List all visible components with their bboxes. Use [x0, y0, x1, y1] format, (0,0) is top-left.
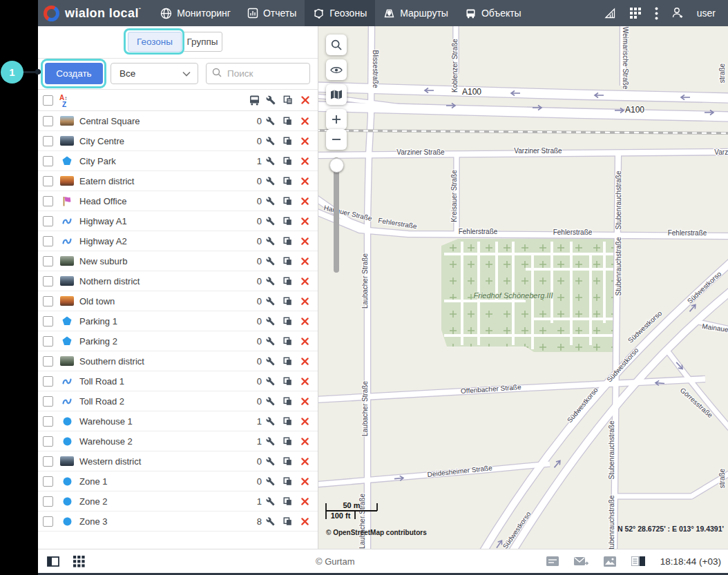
nav-item-monitoring[interactable]: Мониторинг — [152, 0, 239, 26]
delete-column-icon[interactable] — [296, 96, 314, 104]
mail-forward-icon[interactable] — [574, 556, 588, 567]
geofence-row[interactable]: City Centre0 — [38, 131, 318, 151]
row-checkbox[interactable] — [43, 356, 53, 367]
edit-properties-button[interactable] — [262, 277, 279, 286]
geofence-row[interactable]: City Park1 — [38, 151, 318, 171]
geofence-row[interactable]: Highway A10 — [38, 211, 318, 231]
geofence-row[interactable]: Parking 20 — [38, 331, 318, 351]
kebab-menu-icon[interactable] — [655, 7, 658, 20]
copy-button[interactable] — [279, 137, 296, 146]
copy-button[interactable] — [279, 177, 296, 186]
delete-button[interactable] — [296, 358, 314, 365]
row-checkbox[interactable] — [43, 276, 53, 286]
delete-button[interactable] — [296, 418, 314, 425]
row-checkbox[interactable] — [43, 256, 53, 266]
edit-properties-button[interactable] — [262, 257, 279, 266]
nav-item-geofences[interactable]: Геозоны — [305, 0, 375, 26]
copy-button[interactable] — [279, 477, 296, 486]
delete-button[interactable] — [296, 117, 314, 125]
row-checkbox[interactable] — [43, 416, 53, 427]
geofence-row[interactable]: Zone 21 — [38, 491, 318, 511]
geofence-row[interactable]: New suburb0 — [38, 251, 318, 271]
copy-button[interactable] — [279, 257, 296, 266]
select-all-checkbox[interactable] — [43, 95, 53, 106]
filter-dropdown[interactable]: Все — [111, 63, 198, 84]
geofence-row[interactable]: Eatern district0 — [38, 171, 318, 191]
user-name-label[interactable]: user — [697, 8, 716, 19]
nav-item-reports[interactable]: Отчеты — [239, 0, 305, 26]
map-layers-button[interactable] — [326, 84, 347, 105]
zoom-slider-track[interactable] — [334, 157, 339, 273]
delete-button[interactable] — [296, 478, 314, 485]
geofence-row[interactable]: Toll Road 10 — [38, 371, 318, 391]
edit-properties-button[interactable] — [262, 457, 279, 466]
row-checkbox[interactable] — [43, 156, 53, 166]
delete-button[interactable] — [296, 458, 314, 465]
copy-button[interactable] — [279, 317, 296, 326]
geofence-row[interactable]: Zone 38 — [38, 511, 318, 532]
copy-button[interactable] — [279, 417, 296, 426]
edit-properties-button[interactable] — [262, 217, 279, 226]
edit-properties-button[interactable] — [262, 357, 279, 366]
geofence-row[interactable]: Central Square0 — [38, 111, 318, 131]
edit-properties-button[interactable] — [262, 157, 279, 166]
notes-icon[interactable] — [546, 556, 559, 566]
copy-button[interactable] — [279, 337, 296, 346]
edit-properties-button[interactable] — [262, 337, 279, 346]
row-checkbox[interactable] — [43, 216, 53, 226]
edit-properties-button[interactable] — [262, 497, 279, 506]
apps-grid-icon[interactable] — [629, 7, 642, 20]
zoom-in-button[interactable] — [326, 109, 347, 130]
delete-button[interactable] — [296, 137, 314, 145]
row-checkbox[interactable] — [43, 376, 53, 387]
delete-button[interactable] — [296, 257, 314, 265]
edit-properties-button[interactable] — [262, 377, 279, 386]
geofence-row[interactable]: Warehouse 11 — [38, 411, 318, 431]
geofence-row[interactable]: Nothern district0 — [38, 271, 318, 291]
search-field[interactable] — [206, 63, 310, 84]
copy-button[interactable] — [279, 497, 296, 506]
edit-properties-button[interactable] — [262, 477, 279, 486]
row-checkbox[interactable] — [43, 336, 53, 347]
row-checkbox[interactable] — [43, 116, 53, 126]
geofence-row[interactable]: Zone 10 — [38, 471, 318, 491]
row-checkbox[interactable] — [43, 296, 53, 306]
nav-item-units[interactable]: Объекты — [457, 0, 530, 26]
tab-geofences[interactable]: Геозоны — [128, 32, 182, 52]
row-checkbox[interactable] — [43, 196, 53, 206]
copy-button[interactable] — [279, 277, 296, 286]
edit-properties-button[interactable] — [262, 237, 279, 246]
create-button[interactable]: Создать — [45, 63, 103, 84]
edit-properties-button[interactable] — [262, 417, 279, 426]
copy-button[interactable] — [279, 237, 296, 246]
delete-button[interactable] — [296, 177, 314, 185]
delete-button[interactable] — [296, 398, 314, 405]
delete-button[interactable] — [296, 378, 314, 385]
zoom-slider-handle[interactable] — [329, 158, 344, 173]
geofence-row[interactable]: Western district0 — [38, 451, 318, 471]
geofence-row[interactable]: Old town0 — [38, 291, 318, 311]
delete-button[interactable] — [296, 498, 314, 505]
edit-properties-button[interactable] — [262, 137, 279, 146]
row-checkbox[interactable] — [43, 496, 53, 507]
grid-apps-icon[interactable] — [73, 556, 85, 567]
edit-properties-button[interactable] — [262, 297, 279, 306]
map-area[interactable]: BlissestraßeKoblenzer StraßeWeimarische … — [318, 26, 728, 549]
map-search-button[interactable] — [326, 35, 347, 55]
row-checkbox[interactable] — [43, 136, 53, 146]
copy-button[interactable] — [279, 517, 296, 526]
row-checkbox[interactable] — [43, 476, 53, 487]
edit-properties-button[interactable] — [262, 517, 279, 526]
nav-item-routes[interactable]: Маршруты — [375, 0, 457, 26]
geofence-row[interactable]: Warehouse 21 — [38, 431, 318, 451]
ruler-icon[interactable] — [603, 6, 617, 20]
delete-button[interactable] — [296, 217, 314, 225]
image-icon[interactable] — [604, 556, 616, 567]
geofence-row[interactable]: Head Office0 — [38, 191, 318, 211]
edit-properties-button[interactable] — [262, 397, 279, 406]
search-input[interactable] — [226, 68, 304, 79]
delete-button[interactable] — [296, 197, 314, 205]
delete-button[interactable] — [296, 338, 314, 345]
copy-button[interactable] — [279, 377, 296, 386]
copy-button[interactable] — [279, 117, 296, 126]
